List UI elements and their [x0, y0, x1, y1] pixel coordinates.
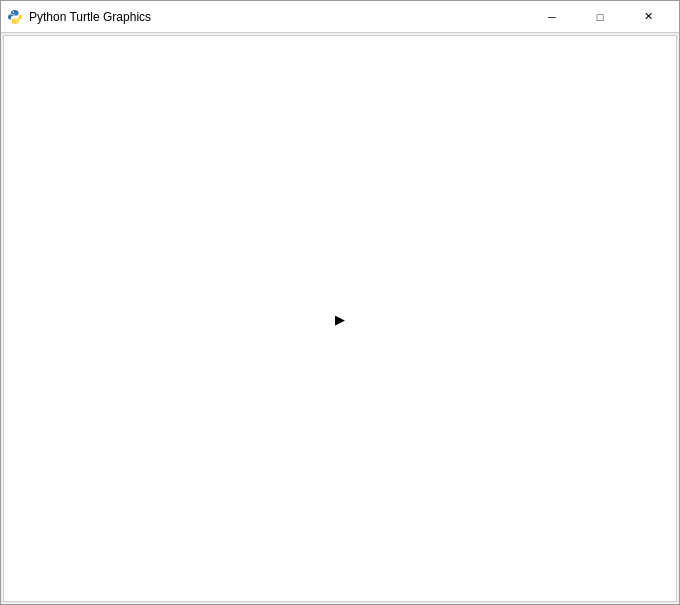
title-bar: Python Turtle Graphics ─ □ ✕: [1, 1, 679, 33]
title-bar-left: Python Turtle Graphics: [7, 9, 151, 25]
maximize-button[interactable]: □: [577, 2, 623, 32]
svg-point-1: [16, 21, 17, 22]
minimize-button[interactable]: ─: [529, 2, 575, 32]
main-window: Python Turtle Graphics ─ □ ✕ ▶: [0, 0, 680, 605]
title-bar-controls: ─ □ ✕: [529, 2, 671, 32]
close-button[interactable]: ✕: [625, 2, 671, 32]
window-title: Python Turtle Graphics: [29, 10, 151, 24]
turtle-cursor: ▶: [335, 312, 345, 325]
turtle-canvas: ▶: [3, 35, 677, 602]
app-icon: [7, 9, 23, 25]
svg-point-0: [13, 11, 14, 12]
